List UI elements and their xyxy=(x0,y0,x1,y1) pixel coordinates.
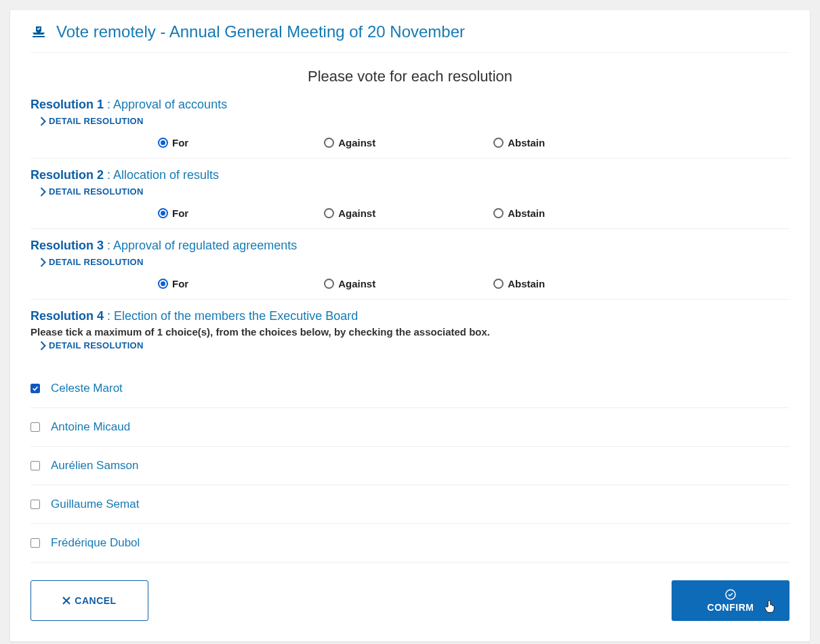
resolution-block: Resolution 3 : Approval of regulated agr… xyxy=(30,239,790,300)
candidate-row: Antoine Micaud xyxy=(30,408,790,447)
detail-resolution-link[interactable]: DETAIL RESOLUTION xyxy=(40,116,144,126)
resolution-block: Resolution 2 : Allocation of results DET… xyxy=(30,168,790,229)
candidate-row: Frédérique Dubol xyxy=(30,524,790,563)
candidate-checkbox[interactable] xyxy=(30,500,40,509)
candidate-row: Celeste Marot xyxy=(30,369,790,408)
resolution-note: Please tick a maximum of 1 choice(s), fr… xyxy=(30,326,790,338)
radio-for[interactable] xyxy=(158,279,168,289)
detail-label: DETAIL RESOLUTION xyxy=(49,186,144,197)
detail-label: DETAIL RESOLUTION xyxy=(49,116,144,126)
candidate-row: Aurélien Samson xyxy=(30,447,790,485)
confirm-label: CONFIRM xyxy=(708,602,754,613)
resolution-number: Resolution 1 xyxy=(30,98,104,111)
chevron-right-icon xyxy=(40,341,46,350)
voting-card: Vote remotely - Annual General Meeting o… xyxy=(10,10,810,641)
ballot-icon xyxy=(30,24,47,40)
resolution-number: Resolution 2 xyxy=(30,168,104,182)
candidate-checkbox[interactable] xyxy=(30,461,40,470)
radio-label-against: Against xyxy=(338,278,375,289)
radio-label-for: For xyxy=(172,207,188,219)
radio-abstain[interactable] xyxy=(493,208,504,218)
chevron-right-icon xyxy=(40,187,46,197)
radio-for[interactable] xyxy=(158,208,168,218)
check-icon xyxy=(32,385,39,392)
resolution-desc: : Approval of regulated agreements xyxy=(107,239,297,252)
cancel-label: CANCEL xyxy=(75,595,116,606)
resolution-title: Resolution 4 : Election of the members t… xyxy=(30,309,790,323)
resolution-number: Resolution 4 xyxy=(30,309,104,323)
candidate-checkbox[interactable] xyxy=(30,422,40,432)
radio-label-for: For xyxy=(172,278,188,289)
candidate-name: Celeste Marot xyxy=(51,382,123,395)
footer-actions: CANCEL CONFIRM xyxy=(30,580,790,621)
detail-resolution-link[interactable]: DETAIL RESOLUTION xyxy=(40,186,144,197)
radio-label-for: For xyxy=(172,137,188,148)
radio-for[interactable] xyxy=(158,138,168,148)
radio-against[interactable] xyxy=(324,208,334,218)
resolution-number: Resolution 3 xyxy=(30,239,104,252)
candidate-row: Guillaume Semat xyxy=(30,485,790,524)
radio-against[interactable] xyxy=(324,138,334,148)
resolution-desc: : Election of the members the Executive … xyxy=(107,309,358,323)
detail-label: DETAIL RESOLUTION xyxy=(49,257,144,267)
radio-label-abstain: Abstain xyxy=(508,137,545,148)
resolution-title: Resolution 3 : Approval of regulated agr… xyxy=(30,239,790,253)
cursor-hand-icon xyxy=(764,599,776,614)
resolution-block-election: Resolution 4 : Election of the members t… xyxy=(30,309,790,563)
detail-label: DETAIL RESOLUTION xyxy=(49,340,144,350)
radio-label-abstain: Abstain xyxy=(508,278,545,289)
candidate-checkbox[interactable] xyxy=(30,384,40,393)
radio-row: For Against Abstain xyxy=(30,274,790,289)
radio-abstain[interactable] xyxy=(493,138,504,148)
confirm-button[interactable]: CONFIRM xyxy=(672,580,790,621)
radio-abstain[interactable] xyxy=(493,279,504,289)
candidate-checkbox[interactable] xyxy=(30,538,40,548)
candidate-name: Antoine Micaud xyxy=(51,420,130,434)
close-icon xyxy=(62,597,70,605)
radio-label-against: Against xyxy=(338,207,375,219)
resolution-desc: : Allocation of results xyxy=(107,168,219,182)
radio-label-abstain: Abstain xyxy=(508,207,545,219)
resolution-desc: : Approval of accounts xyxy=(107,98,227,111)
candidate-name: Aurélien Samson xyxy=(51,459,138,472)
instruction-text: Please vote for each resolution xyxy=(30,53,790,98)
detail-resolution-link[interactable]: DETAIL RESOLUTION xyxy=(40,340,144,350)
candidate-name: Guillaume Semat xyxy=(51,498,139,511)
check-circle-icon xyxy=(725,589,736,600)
chevron-right-icon xyxy=(40,117,46,126)
card-header: Vote remotely - Annual General Meeting o… xyxy=(30,22,790,53)
radio-row: For Against Abstain xyxy=(30,133,790,148)
detail-resolution-link[interactable]: DETAIL RESOLUTION xyxy=(40,257,144,267)
radio-label-against: Against xyxy=(338,137,375,148)
radio-row: For Against Abstain xyxy=(30,203,790,219)
cancel-button[interactable]: CANCEL xyxy=(30,580,148,621)
resolution-title: Resolution 2 : Allocation of results xyxy=(30,168,790,182)
radio-against[interactable] xyxy=(324,279,334,289)
candidate-name: Frédérique Dubol xyxy=(51,536,140,550)
chevron-right-icon xyxy=(40,258,46,267)
page-title: Vote remotely - Annual General Meeting o… xyxy=(56,22,465,41)
resolution-block: Resolution 1 : Approval of accounts DETA… xyxy=(30,98,790,159)
resolution-title: Resolution 1 : Approval of accounts xyxy=(30,98,790,112)
